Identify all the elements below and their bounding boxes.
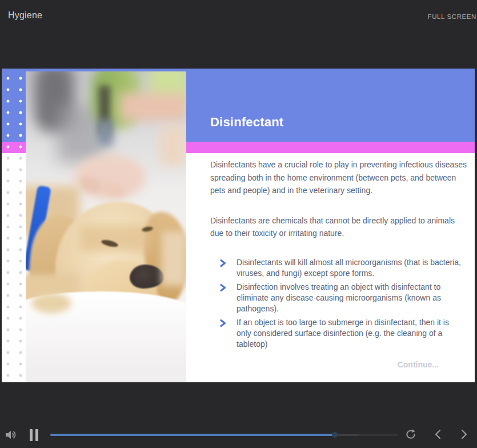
photo-puppy-brow [80,226,149,251]
course-player: Hygiene FULL SCREEN [0,0,477,448]
photo-background-right [160,126,186,166]
chevron-bullet-icon [220,283,226,291]
chevron-bullet-icon [220,319,226,326]
photo-background-warm [120,93,186,121]
slide-title: Disinfectant [210,115,283,130]
continue-button[interactable]: Continue... [398,360,439,369]
progress-playhead[interactable] [332,432,338,438]
photo-background-pot [97,120,113,146]
progress-bar[interactable] [50,434,398,436]
paragraph: Disinfectants are chemicals that cannot … [210,214,467,240]
replay-icon[interactable] [405,429,416,440]
chevron-bullet-icon [220,259,226,266]
dot-pattern-top [2,69,26,153]
photo-puppy-paw [162,231,186,286]
bullet-text: Disinfection involves treating an object… [237,282,441,313]
bullet-list: Disinfectants will kill almost all micro… [210,257,467,350]
dot-pattern-bottom [2,153,26,382]
bullet-text: Disinfectants will kill almost all micro… [237,258,461,278]
progress-fill [50,434,335,436]
bullet-text: If an object is too large to submerge in… [237,318,449,349]
slide-body: Disinfectants have a crucial role to pla… [210,158,467,353]
fullscreen-button[interactable]: FULL SCREEN [428,13,476,20]
volume-icon[interactable] [5,430,17,440]
bullet-item: Disinfectants will kill almost all micro… [210,257,463,279]
pause-button[interactable] [30,429,39,442]
paragraph: Disinfectants have a crucial role to pla… [210,158,467,197]
puppy-photo [26,71,186,382]
player-controls [0,425,477,448]
bullet-item: If an object is too large to submerge in… [210,317,463,350]
previous-chevron-icon[interactable] [434,429,441,439]
slide: Disinfectant Disinfectants have a crucia… [2,69,475,382]
next-chevron-icon[interactable] [461,429,468,439]
bullet-item: Disinfection involves treating an object… [210,282,463,314]
course-title: Hygiene [8,10,42,21]
photo-fur-tuft [31,293,71,313]
